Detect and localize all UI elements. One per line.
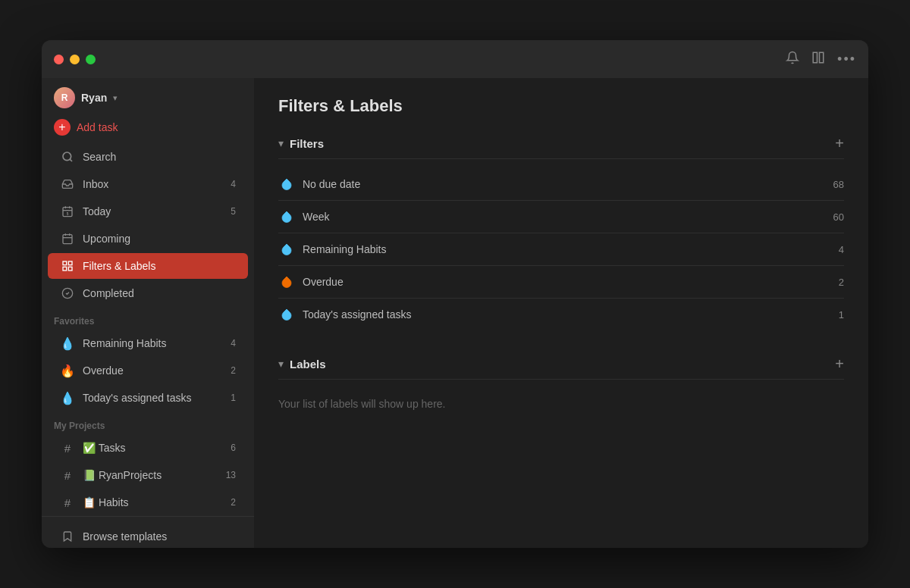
sidebar-upcoming-label: Upcoming bbox=[83, 233, 236, 245]
minimize-button[interactable] bbox=[70, 55, 80, 64]
upcoming-icon bbox=[60, 231, 75, 246]
labels-empty-text: Your list of labels will show up here. bbox=[278, 389, 844, 413]
my-projects-label: My Projects bbox=[42, 411, 254, 434]
droplet-icon-2 bbox=[278, 208, 295, 225]
sidebar-item-upcoming[interactable]: Upcoming bbox=[48, 226, 248, 252]
favorite-remaining-habits-label: Remaining Habits bbox=[83, 337, 223, 349]
filters-section-header-left: ▾ Filters bbox=[278, 137, 324, 150]
main-content: Filters & Labels ▾ Filters + bbox=[254, 78, 868, 548]
sidebar-favorite-todays-tasks[interactable]: 💧 Today's assigned tasks 1 bbox=[48, 385, 248, 411]
hash-icon-2: # bbox=[60, 468, 75, 483]
today-badge: 5 bbox=[231, 206, 236, 217]
filters-section-header: ▾ Filters + bbox=[278, 131, 844, 155]
inbox-badge: 4 bbox=[231, 179, 236, 189]
bell-icon[interactable] bbox=[786, 51, 799, 68]
sidebar-bottom: Browse templates bbox=[42, 516, 254, 548]
filter-remaining-habits-label: Remaining Habits bbox=[303, 243, 829, 255]
filters-section: ▾ Filters + No due date 68 bbox=[278, 131, 844, 330]
labels-section: ▾ Labels + Your list of labels will show… bbox=[278, 352, 844, 413]
filter-item-no-due-date[interactable]: No due date 68 bbox=[278, 168, 844, 201]
filter-todays-assigned-label: Today's assigned tasks bbox=[303, 308, 829, 321]
filters-section-title: Filters bbox=[290, 137, 324, 150]
username: Ryan bbox=[81, 92, 107, 104]
droplet-icon: 💧 bbox=[60, 336, 75, 351]
droplet-icon-4 bbox=[278, 306, 295, 323]
svg-rect-9 bbox=[63, 235, 72, 244]
add-icon: + bbox=[54, 119, 71, 136]
titlebar-actions: ••• bbox=[786, 51, 856, 68]
project-habits-badge: 2 bbox=[231, 497, 236, 508]
favorite-overdue-label: Overdue bbox=[83, 364, 223, 377]
sidebar-project-habits[interactable]: # 📋 Habits 2 bbox=[48, 489, 248, 515]
app-body: R Ryan ▾ + Add task Search bbox=[42, 78, 868, 548]
svg-rect-14 bbox=[68, 261, 72, 265]
sidebar-filters-label: Filters & Labels bbox=[83, 260, 236, 272]
close-button[interactable] bbox=[54, 55, 64, 64]
filter-item-week[interactable]: Week 60 bbox=[278, 201, 844, 233]
droplet-icon-1 bbox=[278, 176, 295, 192]
droplet-icon-3 bbox=[278, 241, 295, 258]
sidebar-item-today[interactable]: 5 Today 5 bbox=[48, 199, 248, 224]
filter-todays-assigned-count: 1 bbox=[829, 309, 844, 321]
more-options-button[interactable]: ••• bbox=[837, 52, 856, 67]
filters-divider bbox=[278, 158, 844, 159]
filter-item-overdue[interactable]: Overdue 2 bbox=[278, 266, 844, 299]
sidebar-item-search[interactable]: Search bbox=[48, 144, 248, 170]
avatar: R bbox=[54, 87, 75, 108]
svg-rect-0 bbox=[813, 52, 817, 63]
filter-no-due-date-count: 68 bbox=[829, 179, 844, 190]
add-filter-button[interactable]: + bbox=[835, 136, 844, 151]
project-tasks-badge: 6 bbox=[231, 443, 236, 453]
sidebar-search-label: Search bbox=[83, 151, 236, 163]
sidebar-project-ryanprojects[interactable]: # 📗 RyanProjects 13 bbox=[48, 462, 248, 488]
add-label-button[interactable]: + bbox=[835, 356, 844, 371]
page-title: Filters & Labels bbox=[278, 96, 844, 116]
labels-section-header-left: ▾ Labels bbox=[278, 358, 326, 371]
traffic-lights bbox=[54, 55, 96, 64]
hash-icon-3: # bbox=[60, 495, 75, 510]
filter-no-due-date-label: No due date bbox=[303, 178, 829, 190]
browse-templates-label: Browse templates bbox=[83, 530, 236, 543]
browse-templates-button[interactable]: Browse templates bbox=[48, 524, 248, 548]
sidebar-top: R Ryan ▾ bbox=[42, 78, 254, 114]
maximize-button[interactable] bbox=[86, 55, 96, 64]
user-menu[interactable]: R Ryan ▾ bbox=[54, 87, 118, 108]
labels-divider bbox=[278, 379, 844, 380]
svg-text:5: 5 bbox=[67, 212, 69, 216]
sidebar-favorite-overdue[interactable]: 🔥 Overdue 2 bbox=[48, 358, 248, 383]
svg-line-3 bbox=[70, 159, 72, 161]
filter-item-todays-assigned[interactable]: Today's assigned tasks 1 bbox=[278, 299, 844, 330]
labels-collapse-button[interactable]: ▾ bbox=[278, 358, 284, 370]
add-task-label: Add task bbox=[77, 121, 118, 133]
sidebar-item-completed[interactable]: Completed bbox=[48, 280, 248, 306]
filter-week-count: 60 bbox=[829, 211, 844, 223]
svg-rect-13 bbox=[63, 261, 67, 265]
filters-collapse-button[interactable]: ▾ bbox=[278, 137, 284, 149]
sidebar-today-label: Today bbox=[83, 205, 223, 217]
favorites-label: Favorites bbox=[42, 307, 254, 330]
svg-rect-16 bbox=[68, 267, 72, 271]
sidebar-project-tasks[interactable]: # ✅ Tasks 6 bbox=[48, 435, 248, 461]
add-task-button[interactable]: + Add task bbox=[42, 114, 254, 143]
filter-overdue-label: Overdue bbox=[303, 276, 829, 288]
filter-week-label: Week bbox=[303, 211, 829, 223]
sidebar-completed-label: Completed bbox=[83, 287, 236, 299]
sidebar-item-filters-labels[interactable]: Filters & Labels bbox=[48, 253, 248, 279]
search-icon bbox=[60, 149, 75, 164]
svg-point-2 bbox=[63, 152, 71, 161]
chevron-down-icon: ▾ bbox=[113, 93, 118, 103]
project-habits-label: 📋 Habits bbox=[83, 496, 223, 508]
sidebar-favorite-remaining-habits[interactable]: 💧 Remaining Habits 4 bbox=[48, 330, 248, 356]
filter-item-remaining-habits[interactable]: Remaining Habits 4 bbox=[278, 233, 844, 266]
svg-rect-15 bbox=[63, 267, 67, 271]
check-circle-icon bbox=[60, 286, 75, 301]
titlebar: ••• bbox=[42, 40, 868, 78]
labels-section-header: ▾ Labels + bbox=[278, 352, 844, 376]
remaining-habits-badge: 4 bbox=[231, 338, 236, 349]
inbox-icon bbox=[60, 177, 75, 192]
project-ryanprojects-label: 📗 RyanProjects bbox=[83, 469, 218, 481]
bookmark-icon bbox=[60, 529, 75, 544]
sidebar-item-inbox[interactable]: Inbox 4 bbox=[48, 171, 248, 197]
grid-icon bbox=[60, 258, 75, 274]
layout-icon[interactable] bbox=[811, 51, 825, 68]
